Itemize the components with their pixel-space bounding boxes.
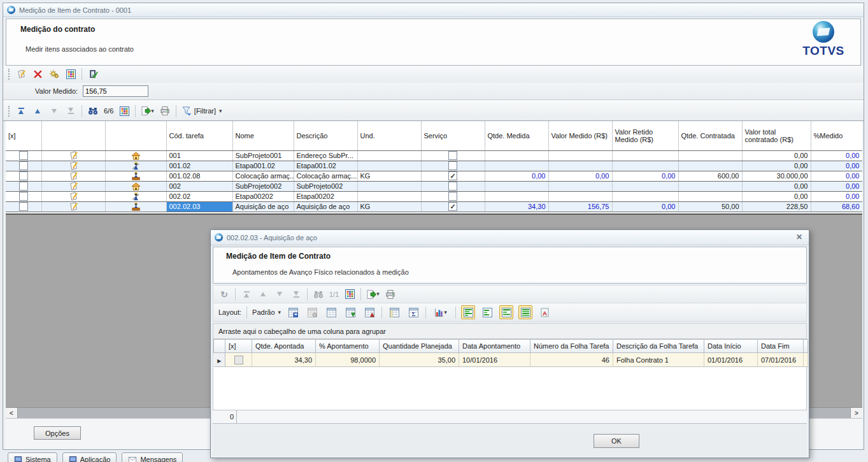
cell-valor-retido[interactable]: 0,00	[612, 201, 678, 212]
cell-und[interactable]: KG	[357, 201, 421, 212]
cell-qtde-contratada[interactable]	[678, 191, 742, 201]
filter-button[interactable]: [Filtrar]▾	[181, 105, 222, 117]
close-icon[interactable]: ✕	[796, 233, 802, 242]
cell-qtde-contratada[interactable]: 600,00	[678, 171, 742, 181]
col-header-und[interactable]: Und.	[357, 121, 421, 150]
card-view-button[interactable]	[344, 288, 355, 301]
refresh-icon[interactable]: ↻	[218, 288, 230, 301]
servico-checkbox[interactable]	[448, 151, 457, 160]
servico-checkbox[interactable]	[448, 202, 457, 211]
col-header-data-fim[interactable]: Data Fim	[758, 340, 804, 353]
scroll-left-button[interactable]: <	[6, 408, 17, 418]
edit-note-icon[interactable]	[69, 171, 78, 181]
cell-und[interactable]: KG	[357, 171, 421, 181]
layout-select[interactable]: Padrão▾	[252, 306, 281, 319]
cell-valor-retido[interactable]	[612, 191, 678, 201]
table-row[interactable]: 001 SubProjeto001 Endereço SubPr... 0,00…	[6, 150, 862, 161]
search-button[interactable]	[313, 288, 324, 301]
col-header-pct-apontamento[interactable]: % Apontamento	[316, 340, 380, 353]
servico-checkbox[interactable]	[448, 182, 457, 191]
cell-valor-total[interactable]: 0,00	[742, 161, 811, 171]
col-header-data-inicio[interactable]: Data Início	[704, 340, 758, 353]
col-header-cod-tarefa[interactable]: Cód. tarefa	[166, 121, 232, 150]
cell-pct-medido[interactable]: 0,00	[811, 161, 862, 171]
cell-nome[interactable]: SubProjeto002	[232, 181, 294, 191]
nav-next-button[interactable]	[274, 288, 285, 301]
cell-pct-apontamento[interactable]: 98,0000	[316, 353, 380, 367]
row-select-checkbox[interactable]	[234, 356, 243, 365]
cell-qtde-contratada[interactable]: 50,00	[678, 201, 742, 212]
table-row[interactable]: 002 SubProjeto002 SubProjeto002 0,00 0,0…	[6, 181, 862, 191]
col-header-qtde-apontada[interactable]: Qtde. Apontada	[252, 340, 316, 353]
cell-descricao[interactable]: Endereço SubPr...	[294, 150, 357, 161]
view-toggle-rows-button[interactable]	[518, 305, 532, 319]
cell-valor-medido[interactable]	[548, 181, 612, 191]
print-button[interactable]	[159, 105, 171, 117]
edit-note-icon[interactable]	[69, 151, 78, 161]
cell-valor-medido[interactable]: 0,00	[548, 171, 612, 181]
card-view-button[interactable]	[65, 68, 76, 81]
cell-data-fim[interactable]: 07/01/2016	[758, 353, 804, 367]
col-header-qtde-medida[interactable]: Qtde. Medida	[485, 121, 548, 150]
col-header-select[interactable]: [x]	[6, 121, 41, 150]
cell-valor-retido[interactable]	[612, 181, 678, 191]
ok-button[interactable]: OK	[594, 434, 639, 448]
columns-button[interactable]	[387, 305, 401, 319]
confirm-measurement-button[interactable]	[87, 68, 99, 81]
view-toggle-grid-button[interactable]	[461, 305, 475, 319]
col-header-valor-total[interactable]: Valor total contratado (R$)	[742, 121, 811, 150]
nav-first-button[interactable]	[241, 288, 252, 301]
cell-nome[interactable]: SubProjeto001	[232, 150, 294, 161]
cell-valor-retido[interactable]	[612, 150, 678, 161]
cell-valor-retido[interactable]: 0,00	[612, 171, 678, 181]
cell-cod-tarefa[interactable]: 001.02.08	[166, 171, 232, 181]
cell-cod-tarefa-selected[interactable]: 002.02.03	[166, 201, 232, 212]
table-row[interactable]: 001.02 Etapa001.02 Etapa001.02 0,00 0,00	[6, 161, 862, 171]
nav-next-button[interactable]	[48, 105, 60, 117]
col-header-select[interactable]: [x]	[225, 340, 252, 353]
table-row[interactable]: 001.02.08 Colocação armaç... Colocação a…	[6, 171, 862, 181]
export-button[interactable]: ▾	[366, 288, 380, 301]
print-button[interactable]	[385, 288, 396, 301]
cell-valor-medido[interactable]: 156,75	[548, 201, 612, 212]
cell-qtde-medida[interactable]	[485, 150, 548, 161]
export-layout-button[interactable]	[362, 305, 376, 319]
cell-nome[interactable]: Etapa00202	[232, 191, 294, 201]
tab-mensagens[interactable]: Mensagens	[122, 452, 183, 462]
servico-checkbox[interactable]	[448, 192, 457, 201]
cell-descricao-folha[interactable]: Folha Contrato 1	[613, 353, 704, 367]
table-row[interactable]: ▶ 34,30 98,0000 35,00 10/01/2016 46 Folh…	[214, 353, 808, 367]
col-header-valor-retido[interactable]: Valor Retido Medido (R$)	[612, 121, 678, 150]
cell-valor-medido[interactable]	[548, 150, 612, 161]
row-select-checkbox[interactable]	[19, 161, 28, 170]
nav-previous-button[interactable]	[257, 288, 269, 301]
col-header-nome[interactable]: Nome	[232, 121, 294, 150]
layout-grid-button[interactable]	[324, 305, 338, 319]
cell-descricao[interactable]: Etapa00202	[294, 191, 357, 201]
cell-pct-medido[interactable]: 0,00	[811, 191, 862, 201]
col-header-valor-medido[interactable]: Valor Medido (R$)	[548, 121, 612, 150]
delete-button[interactable]	[32, 68, 43, 81]
cell-data-inicio[interactable]: 01/01/2016	[704, 353, 758, 367]
cell-pct-medido[interactable]: 0,00	[811, 181, 862, 191]
cell-descricao[interactable]: Colocação armaç...	[294, 171, 357, 181]
edit-note-icon[interactable]	[69, 182, 78, 191]
valor-medido-input[interactable]	[83, 85, 148, 97]
nav-first-button[interactable]	[15, 105, 27, 117]
import-layout-button[interactable]	[343, 305, 357, 319]
cell-pct-medido[interactable]: 0,00	[811, 150, 862, 161]
cell-descricao[interactable]: Aquisição de aço	[294, 201, 357, 212]
cell-nome[interactable]: Colocação armaç...	[232, 171, 294, 181]
col-header-descricao[interactable]: Descrição	[294, 121, 357, 150]
row-select-checkbox[interactable]	[19, 171, 28, 180]
edit-measurement-button[interactable]	[15, 68, 27, 81]
view-toggle-header-button[interactable]	[499, 305, 513, 319]
cell-qtde-medida[interactable]	[485, 191, 548, 201]
generate-button[interactable]	[48, 68, 60, 81]
col-header-quantidade-planejada[interactable]: Quantidade Planejada	[380, 340, 459, 353]
cell-nome[interactable]: Etapa001.02	[232, 161, 294, 171]
tab-sistema[interactable]: Sistema	[8, 452, 57, 462]
tab-aplicacao[interactable]: Aplicação	[62, 452, 117, 462]
cell-valor-total[interactable]: 30.000,00	[742, 171, 811, 181]
col-header-qtde-contratada[interactable]: Qtde. Contratada	[678, 121, 742, 150]
